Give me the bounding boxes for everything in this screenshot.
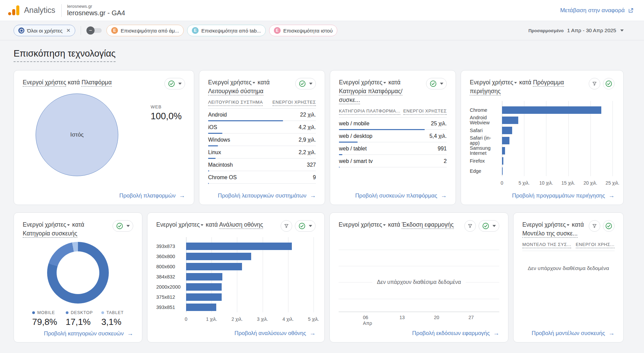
main-content: Επισκόπηση τεχνολογίας Ενεργοί χρήστες κ… (0, 40, 644, 342)
card-browser: Ενεργοί χρήστες κατά Πρόγραμμα περιήγηση… (461, 70, 624, 205)
value-bar (208, 170, 209, 171)
account-label: lerosnews.gr (67, 4, 125, 9)
comparison-toggle[interactable]: − (86, 26, 102, 35)
value-bar (208, 158, 216, 159)
view-operating-systems-link[interactable]: Προβολή λειτουργικών συστημάτων→ (218, 192, 316, 199)
metric-selector[interactable]: Ενεργοί χρήστες (339, 221, 382, 228)
table-row: Macintosh327 (208, 159, 316, 171)
chevron-down-icon (440, 83, 443, 85)
view-screen-resolutions-link[interactable]: Προβολή αναλύσεων οθόνης→ (235, 330, 316, 337)
app-header: Analytics lerosnews.gr lerosnews.gr - GA… (0, 0, 644, 21)
metric-selector[interactable]: Ενεργοί χρήστες (23, 221, 66, 228)
card-title: Ενεργοί χρήστες κατά Κατηγορία συσκευής (23, 220, 84, 238)
card-status-menu[interactable] (113, 220, 133, 232)
value-bar (208, 145, 218, 146)
dimension-link[interactable]: Ανάλυση οθόνης (219, 221, 263, 229)
filter-button[interactable] (464, 220, 476, 232)
card-status-menu[interactable] (164, 78, 185, 89)
status-ok-icon (605, 80, 612, 87)
chevron-down-icon (178, 83, 182, 85)
filter-icon (467, 223, 473, 229)
property-name: lerosnews.gr - GA4 (67, 9, 125, 17)
chevron-down-icon (383, 82, 386, 84)
card-app-version: Ενεργοί χρήστες κατά Έκδοση εφαρμογής (329, 212, 508, 342)
header-divider (61, 4, 62, 17)
card-status-button[interactable] (603, 78, 615, 89)
card-title: Ενεργοί χρήστες κατά Πρόγραμμα περιήγηση… (470, 78, 585, 96)
page-title: Επισκόπηση τεχνολογίας (14, 48, 116, 62)
device-category-donut-chart[interactable] (47, 242, 109, 304)
status-ok-icon (605, 222, 612, 230)
dimension-link[interactable]: Κατηγορία συσκευής (23, 230, 77, 238)
metric-selector[interactable]: Ενεργοί χρήστες (339, 79, 382, 86)
value-bar (339, 154, 342, 155)
suggested-comparison-chip[interactable]: E Επισκεψιμότητα ιστού (269, 25, 338, 36)
chevron-down-icon (383, 224, 386, 226)
chip-divider (81, 26, 81, 35)
view-browsers-link[interactable]: Προβολή προγραμμάτων περιήγησης→ (512, 192, 615, 199)
arrow-right-icon: → (179, 192, 185, 199)
dimension-link[interactable]: Λειτουργικό σύστημα (208, 88, 263, 96)
suggested-comparison-chip[interactable]: E Επισκεψιμότητα από άμ... (106, 25, 184, 36)
filter-button[interactable] (589, 78, 600, 89)
dimension-link[interactable]: Έκδοση εφαρμογής (402, 221, 454, 229)
metric-selector[interactable]: Ενεργοί χρήστες (156, 221, 200, 228)
no-data-message: Δεν υπάρχουν διαθέσιμα δεδομένα (372, 279, 466, 285)
card-title: Ενεργοί χρήστες κατά Λειτουργικό σύστημα (208, 78, 270, 96)
filter-icon (592, 81, 597, 86)
metric-selector[interactable]: Ενεργοί χρήστες (522, 221, 566, 228)
metric-selector[interactable]: Ενεργοί χρήστες (470, 79, 513, 86)
filter-button[interactable] (589, 220, 600, 232)
bar (502, 147, 505, 154)
card-status-button[interactable] (603, 220, 615, 232)
property-switcher[interactable]: lerosnews.gr lerosnews.gr - GA4 (67, 4, 125, 17)
suggested-comparison-chip[interactable]: E Επισκεψιμότητα από tab... (187, 25, 266, 36)
go-to-report-link[interactable]: Μετάβαση στην αναφορά (560, 7, 634, 14)
filter-button[interactable] (281, 220, 292, 232)
card-platform: Ενεργοί χρήστες κατά Πλατφόρμα Ιστός WEB (14, 70, 194, 205)
view-device-categories-link[interactable]: Προβολή κατηγοριών συσκευών→ (44, 330, 133, 337)
view-app-versions-link[interactable]: Προβολή εκδόσεων εφαρμογής→ (412, 330, 499, 337)
value-bar (339, 167, 340, 168)
chevron-down-icon (201, 224, 203, 226)
close-icon[interactable]: ✕ (66, 27, 71, 34)
bar (502, 117, 518, 124)
date-range-picker[interactable]: Προσαρμοσμένο 1 Απρ - 30 Απρ 2025 (528, 27, 624, 34)
card-status-menu[interactable] (426, 78, 447, 89)
card-status-menu[interactable] (295, 220, 316, 232)
chevron-down-icon (253, 82, 255, 84)
pie-slice-web[interactable]: Ιστός (36, 94, 118, 176)
arrow-right-icon: → (608, 192, 615, 199)
arrow-right-icon: → (127, 330, 133, 337)
bar (186, 243, 292, 250)
dimension-link[interactable]: Μοντέλο της συσκε... (522, 230, 578, 238)
dimension-link[interactable]: Κατηγορία πλατφόρμας/συσκε... (339, 88, 402, 104)
x-axis-line (339, 312, 499, 312)
no-data-message: Δεν υπάρχουν διαθέσιμα δεδομένα (522, 265, 615, 271)
comparison-badge-icon: E (274, 27, 281, 34)
legend-item: MOBILE 79,8% (32, 310, 57, 327)
filter-bar: Όλοι οι χρήστες ✕ − E Επισκεψιμότητα από… (0, 21, 644, 40)
all-users-chip[interactable]: Όλοι οι χρήστες ✕ (14, 25, 75, 36)
table-row: Linux2,2 χιλ. (208, 146, 316, 159)
remove-comparison-icon: − (86, 26, 95, 35)
arrow-right-icon: → (441, 192, 447, 199)
table-header: ΜΟΝΤΕΛΟ ΤΗΣ ΣΥΣ... ΕΝΕΡΓΟΙ ΧΡΗΣ... (522, 242, 615, 251)
table-row: Android22 χιλ. (208, 109, 316, 121)
legend-dot-icon (101, 311, 104, 314)
table-row: web / mobile25 χιλ. (339, 118, 447, 130)
bar (502, 167, 503, 175)
value-bar (339, 142, 358, 143)
card-status-menu[interactable] (295, 78, 316, 89)
dimension-link[interactable]: Πλατφόρμα (81, 79, 112, 87)
view-platform-devices-link[interactable]: Προβολή συσκευών πλατφόρμας→ (355, 192, 447, 199)
metric-selector[interactable]: Ενεργοί χρήστες (208, 79, 251, 86)
bar (502, 137, 509, 144)
card-status-menu[interactable] (479, 220, 499, 232)
x-axis: 06Απρ 13 20 27 (339, 315, 499, 327)
metric-selector[interactable]: Ενεργοί χρήστες (23, 79, 66, 87)
view-device-models-link[interactable]: Προβολή μοντέλων συσκευής→ (531, 330, 615, 337)
card-title: Ενεργοί χρήστες κατά Ανάλυση οθόνης (156, 220, 263, 229)
x-axis: 0 5 χιλ. 10 χιλ. 15 χιλ. 20 χιλ. 25 χιλ. (502, 180, 612, 188)
view-platforms-link[interactable]: Προβολή πλατφορμών→ (119, 192, 185, 199)
